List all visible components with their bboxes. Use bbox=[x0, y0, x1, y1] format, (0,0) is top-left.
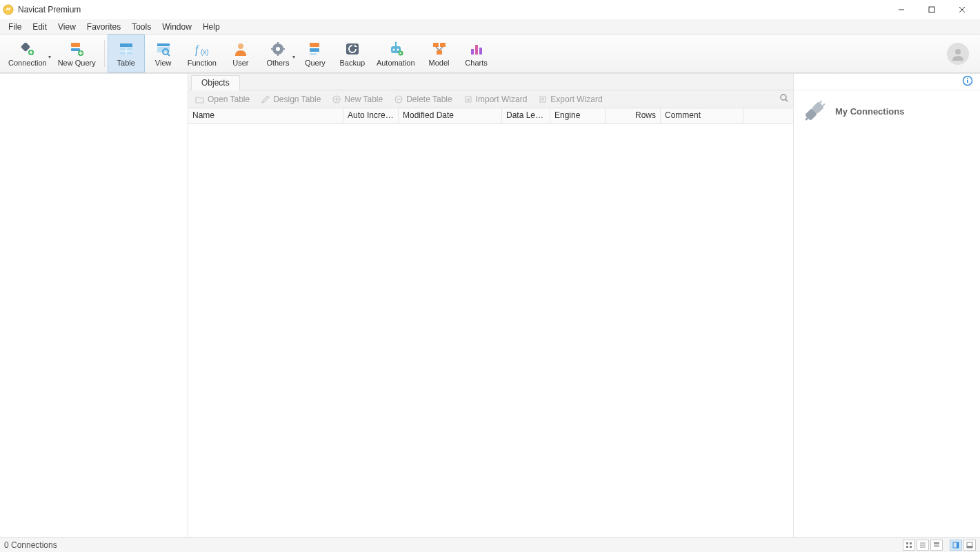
connections-tree[interactable] bbox=[0, 74, 188, 537]
search-icon[interactable] bbox=[779, 93, 789, 105]
svg-rect-49 bbox=[475, 45, 478, 55]
view-icon bbox=[155, 41, 172, 57]
automation-icon bbox=[388, 41, 404, 57]
svg-point-24 bbox=[238, 43, 243, 49]
model-icon bbox=[431, 41, 448, 57]
menu-view[interactable]: View bbox=[52, 21, 81, 33]
pencil-icon bbox=[261, 95, 270, 104]
window-title: Navicat Premium bbox=[18, 5, 81, 14]
toolbar-function-label: Function bbox=[188, 59, 217, 67]
toolbar-automation[interactable]: Automation bbox=[371, 34, 421, 72]
toolbar-query-label: Query bbox=[305, 59, 326, 67]
user-avatar[interactable] bbox=[947, 43, 969, 65]
new-table-label: New Table bbox=[344, 95, 383, 104]
plug-icon bbox=[795, 92, 834, 131]
svg-rect-74 bbox=[934, 542, 939, 544]
toolbar-connection[interactable]: Connection ▾ bbox=[3, 34, 52, 72]
toolbar-table-label: Table bbox=[117, 59, 135, 67]
menu-tools[interactable]: Tools bbox=[126, 21, 157, 33]
minimize-button[interactable] bbox=[886, 0, 917, 19]
col-engine[interactable]: Engine bbox=[550, 108, 606, 123]
svg-line-66 bbox=[823, 103, 825, 106]
toolbar-function[interactable]: f (x) Function bbox=[182, 34, 222, 72]
charts-icon bbox=[468, 41, 485, 57]
titlebar: Navicat Premium bbox=[0, 0, 980, 19]
svg-rect-33 bbox=[310, 53, 317, 55]
export-wizard-button[interactable]: Export Wizard bbox=[535, 93, 605, 106]
toolbar-model-label: Model bbox=[429, 59, 450, 67]
design-table-button[interactable]: Design Table bbox=[258, 93, 323, 106]
col-name[interactable]: Name bbox=[188, 108, 343, 123]
import-wizard-button[interactable]: Import Wizard bbox=[461, 93, 530, 106]
status-connection-count: 0 Connections bbox=[4, 540, 57, 550]
view-mode-grid-small[interactable] bbox=[903, 540, 915, 551]
toolbar-others[interactable]: Others ▾ bbox=[259, 34, 297, 72]
statusbar: 0 Connections bbox=[0, 537, 980, 552]
view-mode-panel-bottom[interactable] bbox=[963, 540, 976, 551]
svg-rect-18 bbox=[157, 43, 170, 46]
toolbar-backup-label: Backup bbox=[340, 59, 366, 67]
menu-window[interactable]: Window bbox=[157, 21, 197, 33]
tabs-row: Objects bbox=[188, 74, 793, 90]
svg-line-58 bbox=[786, 99, 788, 101]
import-icon bbox=[463, 95, 473, 104]
open-table-label: Open Table bbox=[208, 95, 250, 104]
main-toolbar: Connection ▾ New Query Table bbox=[0, 34, 980, 73]
svg-rect-28 bbox=[277, 53, 279, 56]
svg-point-60 bbox=[967, 78, 968, 79]
open-table-button[interactable]: Open Table bbox=[192, 93, 252, 106]
col-modified-date[interactable]: Modified Date bbox=[399, 108, 502, 123]
svg-rect-67 bbox=[906, 542, 908, 544]
view-mode-details[interactable] bbox=[930, 540, 943, 551]
col-rows[interactable]: Rows bbox=[606, 108, 661, 123]
menu-favorites[interactable]: Favorites bbox=[81, 21, 126, 33]
info-icon[interactable] bbox=[962, 75, 973, 88]
view-mode-list[interactable] bbox=[917, 540, 929, 551]
toolbar-query[interactable]: Query bbox=[297, 34, 334, 72]
column-headers: Name Auto Increm... Modified Date Data L… bbox=[188, 108, 793, 124]
objects-grid[interactable] bbox=[188, 124, 793, 537]
svg-point-37 bbox=[392, 48, 394, 50]
others-icon bbox=[270, 41, 286, 57]
svg-line-46 bbox=[436, 47, 439, 50]
export-icon bbox=[538, 95, 548, 104]
new-table-button[interactable]: New Table bbox=[329, 93, 386, 106]
col-data-length[interactable]: Data Length bbox=[502, 108, 550, 123]
toolbar-charts[interactable]: Charts bbox=[458, 34, 495, 72]
function-icon: f (x) bbox=[194, 41, 210, 57]
menubar: File Edit View Favorites Tools Window He… bbox=[0, 19, 980, 34]
toolbar-table[interactable]: Table bbox=[108, 34, 145, 72]
svg-point-57 bbox=[781, 95, 786, 100]
menu-file[interactable]: File bbox=[3, 21, 27, 33]
menu-edit[interactable]: Edit bbox=[27, 21, 52, 33]
tab-objects[interactable]: Objects bbox=[191, 75, 240, 90]
toolbar-connection-label: Connection bbox=[8, 59, 47, 67]
col-comment[interactable]: Comment bbox=[661, 108, 743, 123]
delete-table-button[interactable]: Delete Table bbox=[391, 93, 455, 106]
toolbar-view[interactable]: View bbox=[145, 34, 182, 72]
view-mode-panel-right[interactable] bbox=[950, 540, 962, 551]
svg-line-47 bbox=[439, 47, 443, 50]
maximize-button[interactable] bbox=[917, 0, 947, 19]
center-panel: Objects Open Table Design Table New Tabl… bbox=[188, 74, 793, 537]
svg-rect-27 bbox=[277, 42, 279, 45]
app-icon bbox=[3, 4, 14, 15]
toolbar-new-query[interactable]: New Query bbox=[52, 34, 101, 72]
user-icon bbox=[232, 41, 249, 57]
info-panel-content: My Connections bbox=[794, 90, 980, 132]
col-auto-increment[interactable]: Auto Increm... bbox=[343, 108, 399, 123]
svg-rect-14 bbox=[120, 43, 132, 47]
menu-help[interactable]: Help bbox=[197, 21, 226, 33]
svg-line-64 bbox=[806, 118, 808, 120]
close-button[interactable] bbox=[947, 0, 977, 19]
toolbar-user[interactable]: User bbox=[222, 34, 259, 72]
toolbar-backup[interactable]: Backup bbox=[334, 34, 371, 72]
toolbar-model[interactable]: Model bbox=[421, 34, 458, 72]
chevron-down-icon: ▾ bbox=[292, 54, 295, 60]
main-area: Objects Open Table Design Table New Tabl… bbox=[0, 73, 980, 537]
svg-rect-44 bbox=[440, 43, 446, 47]
my-connections-title: My Connections bbox=[835, 106, 904, 117]
svg-line-21 bbox=[168, 54, 170, 56]
svg-rect-30 bbox=[282, 48, 285, 50]
svg-line-65 bbox=[820, 101, 822, 103]
